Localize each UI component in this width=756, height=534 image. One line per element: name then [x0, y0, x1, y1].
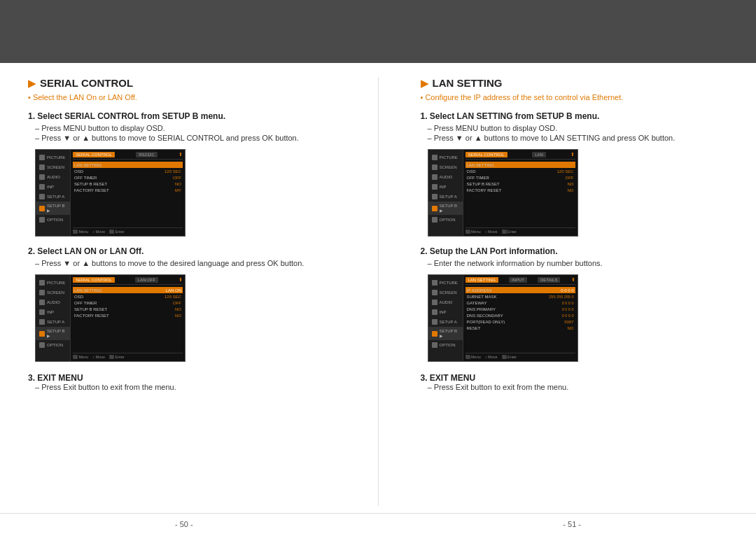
r-osd2-nav-icon: ⬆: [571, 277, 575, 283]
osd-sidebar-inp: INP: [36, 182, 70, 192]
left-step1-desc1: Press MENU button to display OSD.: [35, 124, 336, 132]
r-osd2-row-subnet: SUBNET MASK255 255 255 0: [465, 293, 575, 300]
left-step1-desc2: Press ▼ or ▲ buttons to move to SERIAL C…: [35, 134, 336, 142]
left-osd-screen-2: PICTURE SCREEN AUDIO INP SETUP A SETUP B…: [35, 274, 186, 362]
left-step2-heading: 2. Select LAN ON or LAN Off.: [28, 246, 336, 256]
left-osd2-footer: ⬛ Menu ↕ Move ⬛ Enter: [73, 353, 183, 359]
page-number-left: - 50 -: [175, 520, 193, 528]
osd2-row-osd: OSD120 SEC: [73, 293, 183, 300]
r-osd1-screen: SCREEN: [428, 162, 463, 172]
osd1-row-osd: OSD120 SEC: [73, 168, 183, 174]
r-osd2-setupa: SETUP A: [428, 317, 463, 327]
osd2-sidebar-setupb: SETUP B ▶: [36, 327, 70, 340]
left-section-title: ▶ SERIAL CONTROL: [28, 77, 336, 89]
osd1-row-offtimer: OFF TIMEROFF: [73, 174, 183, 181]
r-inp-icon: [432, 184, 438, 190]
osd1-tab2: RS232C: [136, 152, 158, 157]
r-setupa-icon: [432, 194, 438, 199]
option2-icon: [39, 342, 45, 348]
right-osd1-main: SERIAL CONTROL LAN ⬆ LAN SETTING OSD120 …: [463, 150, 578, 236]
r-screen-icon: [432, 164, 438, 170]
r-osd1-row-factory: FACTORY RESETNO: [465, 187, 575, 193]
right-arrow-icon: ▶: [421, 78, 428, 89]
r-osd1-setupa: SETUP A: [428, 192, 463, 202]
osd2-nav-icon: ⬆: [178, 277, 183, 283]
r-osd1-row-lan: LAN SETTING: [465, 162, 575, 168]
r2-screen-icon: [432, 290, 438, 295]
r-osd2-tab3: DETAILS: [538, 277, 561, 283]
r-osd2-row-reset: RESETNO: [465, 325, 575, 331]
right-osd-screen-1: PICTURE SCREEN AUDIO INP SETUP A SETUP B…: [428, 149, 578, 237]
r-osd2-setupb: SETUP B ▶: [428, 327, 463, 340]
right-osd1-sidebar: PICTURE SCREEN AUDIO INP SETUP A SETUP B…: [428, 150, 463, 236]
r-osd2-tab2: INPUT: [509, 277, 527, 283]
bottom-bar: - 50 - - 51 -: [0, 513, 756, 534]
option-icon: [39, 217, 45, 223]
r-osd2-row-dnspri: DNS PRIMARY0 0 0 0: [465, 306, 575, 312]
screen-icon: [39, 164, 45, 170]
r2-inp-icon: [432, 309, 438, 315]
picture2-icon: [39, 280, 45, 286]
left-osd1-footer: ⬛ Menu ↕ Move ⬛ Enter: [73, 227, 183, 234]
left-title-text: SERIAL CONTROL: [40, 77, 133, 89]
screen2-icon: [39, 290, 45, 295]
right-step3-heading: 3. EXIT MENU: [421, 373, 729, 383]
osd-sidebar-screen: SCREEN: [36, 162, 70, 172]
osd2-sidebar-setupa: SETUP A: [36, 317, 70, 327]
r-osd1-picture: PICTURE: [428, 153, 463, 162]
r-osd2-row-ip: IP ADDRESS0 0 0 0: [465, 287, 575, 293]
right-osd2-main: LAN SETTING INPUT DETAILS ⬆ IP ADDRESS0 …: [463, 275, 578, 361]
right-step2-desc1: Enter the network information by number …: [428, 259, 729, 267]
r-osd1-nav-icon: ⬆: [570, 152, 575, 157]
left-osd2-main: SERIAL CONTROL LAN:OFF ⬆ LAN SETTINGLAN …: [71, 275, 185, 361]
r-picture-icon: [432, 155, 438, 160]
r2-setupa-icon: [432, 319, 438, 325]
osd2-row-setupreset: SETUP B RESETNO: [73, 306, 183, 312]
osd1-nav-icon: ⬆: [178, 152, 183, 157]
r-osd2-option: OPTION: [428, 340, 463, 350]
right-step1-desc1: Press MENU button to display OSD.: [428, 124, 729, 132]
setupb-icon: [39, 206, 45, 211]
left-osd2-header: SERIAL CONTROL LAN:OFF ⬆: [73, 277, 183, 285]
left-osd-screen-1: PICTURE SCREEN AUDIO INP SETUP A SETUP B…: [35, 149, 186, 237]
setupb2-icon: [39, 331, 45, 337]
setupa2-icon: [39, 319, 45, 325]
r2-option-icon: [432, 342, 438, 348]
left-step3-desc1: Press Exit button to exit from the menu.: [35, 383, 336, 391]
r-osd2-audio: AUDIO: [428, 297, 463, 307]
osd-sidebar-picture: PICTURE: [36, 153, 70, 162]
osd2-sidebar-screen: SCREEN: [36, 288, 70, 297]
right-osd2-sidebar: PICTURE SCREEN AUDIO INP SETUP A SETUP B…: [428, 275, 463, 361]
inp-icon: [39, 184, 45, 190]
right-highlight: • Configure the IP address of the set to…: [421, 93, 729, 101]
right-step1-desc2: Press ▼ or ▲ buttons to move to LAN SETT…: [428, 134, 729, 142]
left-osd2-sidebar: PICTURE SCREEN AUDIO INP SETUP A SETUP B…: [36, 275, 71, 361]
osd2-sidebar-audio: AUDIO: [36, 297, 70, 307]
right-osd1-footer: ⬛ Menu ↕ Move ⬛ Enter: [465, 227, 575, 234]
osd2-sidebar-picture: PICTURE: [36, 278, 70, 288]
inp2-icon: [39, 309, 45, 315]
left-step3-heading: 3. EXIT MENU: [28, 373, 336, 383]
right-osd2-header: LAN SETTING INPUT DETAILS ⬆: [465, 277, 575, 285]
r2-setupb-icon: [432, 331, 438, 337]
osd2-row-offtimer: OFF TIMEROFF: [73, 300, 183, 306]
right-osd-screen-2: PICTURE SCREEN AUDIO INP SETUP A SETUP B…: [428, 274, 578, 362]
r-osd1-audio: AUDIO: [428, 172, 463, 182]
right-section-title: ▶ LAN SETTING: [421, 77, 729, 89]
r-osd2-row-dnssec: DNS SECONDARY0 0 0 0: [465, 312, 575, 318]
top-bar: [0, 0, 756, 63]
osd-sidebar-option: OPTION: [36, 215, 70, 225]
osd1-tab1: SERIAL CONTROL: [73, 152, 115, 157]
r-osd2-inp: INP: [428, 307, 463, 317]
left-arrow-icon: ▶: [28, 78, 36, 89]
osd-sidebar-setupb: SETUP B ▶: [36, 202, 70, 215]
r-osd1-row-setupreset: SETUP B RESETNO: [465, 181, 575, 187]
r-osd2-tab1: LAN SETTING: [465, 277, 498, 283]
page-wrapper: ▶ SERIAL CONTROL • Select the LAN On or …: [0, 0, 756, 534]
left-highlight: • Select the LAN On or LAN Off.: [28, 93, 336, 101]
right-step2-heading: 2. Setup the LAN Port information.: [421, 246, 729, 256]
r-osd1-inp: INP: [428, 182, 463, 192]
left-step1-heading: 1. Select SERIAL CONTROL from SETUP B me…: [28, 111, 336, 121]
r-osd1-row-osd: OSD120 SEC: [465, 168, 575, 174]
osd2-tab1: SERIAL CONTROL: [73, 277, 115, 283]
